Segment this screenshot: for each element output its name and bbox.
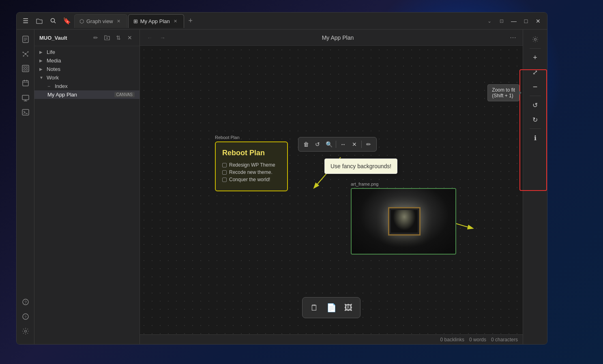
svg-rect-18 [24,69,25,71]
bookmark-icon[interactable]: 🔖 [61,15,73,27]
tree-item-index[interactable]: − Index [34,82,139,90]
toolbar-separator-1 [336,141,336,148]
tree-item-work[interactable]: ▼ Work [34,73,139,82]
checkbox-0[interactable] [222,163,227,167]
image-card-label: art_frame.png [351,182,456,186]
right-panel-settings[interactable] [529,33,542,46]
svg-line-11 [23,52,26,54]
file-open-icon[interactable] [34,15,45,27]
forward-button[interactable]: → [158,33,167,43]
image-card[interactable] [351,188,456,255]
tab-graph-view[interactable]: ⬡ Graph view ✕ [74,14,127,28]
embed-button[interactable]: 🖼 [341,300,356,315]
title-bar-right: ⌄ ⊡ — □ ✕ [484,15,544,27]
reboot-plan-card[interactable]: Reboot Plan Redesign WP Theme Recode new… [215,141,288,191]
right-panel-sep-1 [530,48,541,49]
right-panel: Zoom to fit (Shift + 1) + ⤢ − ↺ ↻ ℹ [523,30,547,344]
reboot-plan-node-label: Reboot Plan [215,135,288,140]
character-count: 0 characters [491,337,518,343]
maximize-button[interactable]: □ [520,15,532,27]
search-icon[interactable] [47,15,59,27]
close-button[interactable]: ✕ [532,15,544,27]
image-placeholder [352,189,456,254]
svg-text:?: ? [24,300,27,305]
checkbox-2[interactable] [222,178,227,182]
zoom-to-fit-button[interactable]: ⤢ [529,66,542,79]
reboot-plan-node[interactable]: Reboot Plan Reboot Plan Redesign WP Them… [215,135,288,191]
undo-button[interactable]: ↺ [529,98,542,111]
svg-rect-15 [22,65,29,72]
zoom-out-button[interactable]: − [529,80,542,93]
reboot-plan-title: Reboot Plan [222,149,281,157]
svg-rect-24 [22,95,29,100]
sticky-note[interactable]: Use fancy backgrounds! [324,158,397,174]
sidebar-icons: ? ? [17,30,34,344]
card-refresh-button[interactable]: ↺ [312,139,323,150]
svg-rect-19 [26,69,28,71]
title-bar: ☰ 🔖 ⬡ Graph view ✕ ⊞ My App Plan ✕ + ⌄ [17,13,547,30]
toolbar-separator-2 [361,141,362,148]
sticky-note-node[interactable]: Use fancy backgrounds! [324,158,397,174]
tab-graph-label: Graph view [86,18,113,24]
svg-point-37 [534,39,536,41]
tab-graph-close[interactable]: ✕ [116,18,122,24]
card-link-button[interactable]: ↔ [338,139,348,150]
sidebar-icon-help[interactable]: ? [19,310,32,323]
tree-item-notes[interactable]: ▶ Notes [34,65,139,73]
tab-list-chevron[interactable]: ⌄ [484,15,495,27]
new-note-button[interactable]: ✏ [91,33,101,43]
svg-text:?: ? [24,315,26,319]
redo-button[interactable]: ↻ [529,113,542,126]
tree-item-media[interactable]: ▶ Media [34,56,139,65]
card-delete-button[interactable]: 🗑 [301,139,311,150]
sidebar-icon-slides[interactable] [19,91,32,104]
minimize-button[interactable]: — [508,15,519,27]
canvas-area: ← → My App Plan ⋯ [140,30,523,344]
card-zoom-button[interactable]: 🔍 [324,139,334,150]
new-folder-button[interactable] [102,33,112,43]
tab-canvas-close[interactable]: ✕ [172,18,179,24]
sidebar-icon-terminal[interactable] [19,106,32,119]
tree-item-life[interactable]: ▶ Life [34,48,139,56]
zoom-in-button[interactable]: + [529,51,542,64]
canvas-content[interactable]: Reboot Plan Reboot Plan Redesign WP Them… [140,46,523,334]
sort-button[interactable]: ⇅ [114,33,123,43]
svg-line-12 [26,52,28,54]
image-card-node[interactable]: art_frame.png [351,182,456,255]
more-options-button[interactable]: ⋯ [508,33,518,43]
card-edit-button[interactable]: ✏ [363,139,374,150]
canvas-tab-icon: ⊞ [133,18,138,24]
sidebar-toggle-icon[interactable]: ☰ [20,15,31,27]
tab-canvas[interactable]: ⊞ My App Plan ✕ [128,14,184,28]
sidebar-icon-settings[interactable] [19,325,32,338]
tabs-area: ⬡ Graph view ✕ ⊞ My App Plan ✕ + [74,14,482,28]
card-fullscreen-button[interactable]: ✕ [349,139,360,150]
card-toolbar: 🗑 ↺ 🔍 ↔ ✕ ✏ [298,137,377,152]
word-count: 0 words [469,337,486,343]
sidebar-icon-daily-notes[interactable] [19,77,32,90]
back-button[interactable]: ← [145,33,155,43]
canvas-title: My App Plan [171,34,505,41]
file-tree-panel: MUO_Vault ✏ ⇅ ✕ ▶ Life ▶ Media [34,30,140,344]
info-button[interactable]: ℹ [529,131,542,144]
tree-item-my-app-plan[interactable]: My App Plan CANVAS [34,90,139,99]
main-content: ? ? MUO_Vault ✏ ⇅ ✕ [17,30,547,344]
sidebar-icons-top [19,33,32,295]
add-tab-button[interactable]: + [185,15,196,27]
backlinks-count: 0 backlinks [440,337,464,343]
app-window: ☰ 🔖 ⬡ Graph view ✕ ⊞ My App Plan ✕ + ⌄ [16,12,547,345]
svg-line-1 [54,22,56,24]
sidebar-icon-canvas[interactable] [19,62,32,75]
new-card-button[interactable]: 📄 [324,300,339,315]
sidebar-icon-graph[interactable] [19,47,32,60]
layout-button[interactable]: ⊡ [496,15,507,27]
checkbox-1[interactable] [222,170,227,175]
svg-point-0 [51,19,54,22]
sidebar-icon-files[interactable] [19,33,32,46]
file-tree-actions: ✏ ⇅ ✕ [91,33,135,43]
zoom-tooltip-text: Zoom to fit [492,87,515,93]
vault-name: MUO_Vault [39,35,67,41]
new-note-canvas-button[interactable]: 🗒 [307,300,322,315]
sidebar-icon-help-vault[interactable]: ? [19,295,32,308]
collapse-all-button[interactable]: ✕ [125,33,135,43]
